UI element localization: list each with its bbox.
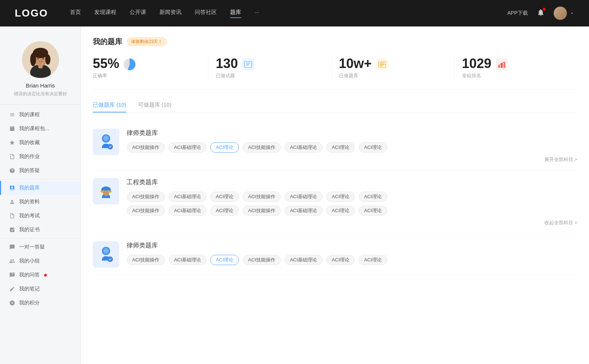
tag-lawyer1-5[interactable]: ACI理论 — [326, 142, 355, 153]
nav-courses[interactable]: 发现课程 — [94, 9, 116, 18]
package-icon — [9, 125, 15, 132]
sidebar-label-my-exam: 我的考试 — [19, 213, 40, 219]
sidebar-item-one-on-one[interactable]: 一对一答疑 — [0, 240, 81, 254]
profile-avatar — [22, 41, 59, 78]
tag-eng-12[interactable]: ACI理论 — [326, 206, 355, 216]
nav-more[interactable]: ··· — [254, 9, 259, 18]
tag-eng-10[interactable]: ACI技能操作 — [243, 206, 281, 216]
qbank-title-engineer: 工程类题库 — [127, 178, 577, 186]
done-banks-icon — [376, 58, 388, 72]
app-download-link[interactable]: APP下载 — [507, 10, 528, 17]
nav-news[interactable]: 新闻资讯 — [159, 9, 181, 18]
stat-rank-text: 1029 全站排名 — [462, 57, 491, 79]
stat-accuracy: 55% 正确率 — [93, 57, 208, 79]
stat-accuracy-text: 55% 正确率 — [93, 57, 119, 79]
tag-eng-3[interactable]: ACI技能操作 — [243, 192, 281, 202]
tag-eng-1[interactable]: ACI基础理论 — [169, 192, 207, 202]
qbank-icon-lawyer-1 — [93, 129, 119, 155]
sidebar-item-my-courses[interactable]: 我的课程 — [0, 108, 81, 122]
tag-lawyer1-2[interactable]: ACI理论 — [210, 142, 239, 153]
sidebar-item-my-packages[interactable]: 我的课程包... — [0, 122, 81, 136]
qbank-content-lawyer-1: 律师类题库 ACI技能操作 ACI基础理论 ACI理论 ACI技能操作 ACI基… — [127, 129, 577, 163]
tag-eng-9[interactable]: ACI理论 — [210, 206, 239, 216]
question-icon — [9, 272, 15, 278]
tag-lawyer2-0[interactable]: ACI技能操作 — [127, 255, 165, 265]
qbank-item-engineer: 工程类题库 ACI技能操作 ACI基础理论 ACI理论 ACI技能操作 ACI基… — [93, 171, 577, 234]
sidebar-item-homework[interactable]: 我的作业 — [0, 150, 81, 164]
tag-eng-13[interactable]: ACI理论 — [359, 206, 387, 216]
nav-open-course[interactable]: 公开课 — [130, 9, 146, 18]
tag-eng-2[interactable]: ACI理论 — [210, 192, 239, 202]
tag-lawyer2-4[interactable]: ACI基础理论 — [285, 255, 323, 265]
sidebar-label-my-questions: 我的问答 — [19, 272, 40, 278]
accuracy-pie-icon — [124, 58, 135, 70]
nav-qbank[interactable]: 题库 — [230, 9, 241, 18]
tab-done-banks[interactable]: 已做题库 (10) — [93, 101, 126, 112]
tag-lawyer1-4[interactable]: ACI基础理论 — [285, 142, 323, 153]
sidebar-label-favorites: 我的收藏 — [19, 139, 40, 146]
svg-point-6 — [45, 54, 50, 65]
sidebar-item-my-points[interactable]: 我的积分 — [0, 296, 81, 310]
rank-chart-icon — [496, 58, 508, 72]
sidebar-item-favorites[interactable]: 我的收藏 — [0, 136, 81, 150]
tag-eng-4[interactable]: ACI基础理论 — [285, 192, 323, 202]
sidebar-divider-1 — [0, 179, 81, 179]
sidebar-item-my-cert[interactable]: 我的证书 — [0, 223, 81, 237]
expand-engineer[interactable]: 收起全部科目 > — [127, 220, 577, 226]
stat-done-text: 130 已做试题 — [216, 57, 238, 79]
svg-point-29 — [103, 190, 109, 196]
tab-available-banks[interactable]: 可做题库 (10) — [138, 101, 172, 112]
sidebar-item-my-group[interactable]: 我的小组 — [0, 254, 81, 268]
sidebar-item-my-questions[interactable]: 我的问答 — [0, 268, 81, 282]
profile-icon — [9, 199, 15, 205]
sidebar: Brian Harris 错误的决定比没有决定要好 我的课程 我的课程包... — [0, 26, 81, 364]
tag-lawyer2-5[interactable]: ACI理论 — [326, 255, 355, 265]
sidebar-label-my-packages: 我的课程包... — [19, 125, 49, 132]
trial-badge: 体验剩余23天！ — [127, 37, 167, 46]
stat-banks-value: 10w+ — [339, 57, 372, 70]
tag-lawyer1-1[interactable]: ACI基础理论 — [169, 142, 207, 153]
sidebar-item-my-qa[interactable]: 我的答疑 — [0, 164, 81, 178]
tag-eng-7[interactable]: ACI技能操作 — [127, 206, 165, 216]
tag-lawyer2-2[interactable]: ACI理论 — [210, 255, 239, 265]
svg-point-5 — [30, 53, 36, 66]
nav-qa[interactable]: 问答社区 — [195, 9, 217, 18]
tag-eng-5[interactable]: ACI理论 — [326, 192, 355, 202]
tag-eng-0[interactable]: ACI技能操作 — [127, 192, 165, 202]
tag-lawyer1-3[interactable]: ACI技能操作 — [243, 142, 281, 153]
tag-lawyer1-0[interactable]: ACI技能操作 — [127, 142, 165, 153]
stat-done-questions: 130 已做试题 — [208, 57, 331, 79]
sidebar-item-my-exam[interactable]: 我的考试 — [0, 209, 81, 223]
qbank-title-lawyer-2: 律师类题库 — [127, 241, 577, 250]
user-avatar-area[interactable] — [554, 7, 574, 20]
tag-eng-8[interactable]: ACI基础理论 — [169, 206, 207, 216]
sidebar-item-my-profile[interactable]: 我的资料 — [0, 195, 81, 209]
notification-bell[interactable] — [537, 8, 545, 18]
expand-lawyer-1[interactable]: 展开全部科目 > — [127, 156, 577, 163]
stat-banks-text: 10w+ 已做题库 — [339, 57, 372, 79]
qbank-tags-lawyer-1: ACI技能操作 ACI基础理论 ACI理论 ACI技能操作 ACI基础理论 AC… — [127, 142, 577, 153]
navbar-right: APP下载 — [507, 7, 574, 20]
tag-lawyer2-3[interactable]: ACI技能操作 — [243, 255, 281, 265]
tag-eng-11[interactable]: ACI基础理论 — [285, 206, 323, 216]
nav-home[interactable]: 首页 — [70, 9, 81, 18]
star-icon — [9, 139, 15, 146]
tag-lawyer1-6[interactable]: ACI理论 — [359, 142, 387, 153]
stat-accuracy-value: 55% — [93, 57, 119, 70]
svg-point-25 — [103, 136, 108, 140]
qbank-content-lawyer-2: 律师类题库 ACI技能操作 ACI基础理论 ACI理论 ACI技能操作 ACI基… — [127, 241, 577, 265]
sidebar-label-my-profile: 我的资料 — [19, 199, 40, 205]
svg-rect-20 — [498, 65, 500, 68]
stat-rank: 1029 全站排名 — [455, 57, 577, 79]
svg-rect-10 — [245, 61, 252, 67]
qbank-content-engineer: 工程类题库 ACI技能操作 ACI基础理论 ACI理论 ACI技能操作 ACI基… — [127, 178, 577, 226]
sidebar-item-my-qbank[interactable]: 我的题库 — [0, 181, 81, 195]
exam-icon — [9, 213, 15, 219]
sidebar-profile: Brian Harris 错误的决定比没有决定要好 — [0, 35, 81, 105]
sidebar-item-my-notes[interactable]: 我的笔记 — [0, 282, 81, 296]
tag-lawyer2-6[interactable]: ACI理论 — [359, 255, 387, 265]
stat-rank-label: 全站排名 — [462, 72, 491, 79]
svg-rect-18 — [379, 65, 383, 66]
tag-lawyer2-1[interactable]: ACI基础理论 — [169, 255, 207, 265]
tag-eng-6[interactable]: ACI理论 — [359, 192, 387, 202]
